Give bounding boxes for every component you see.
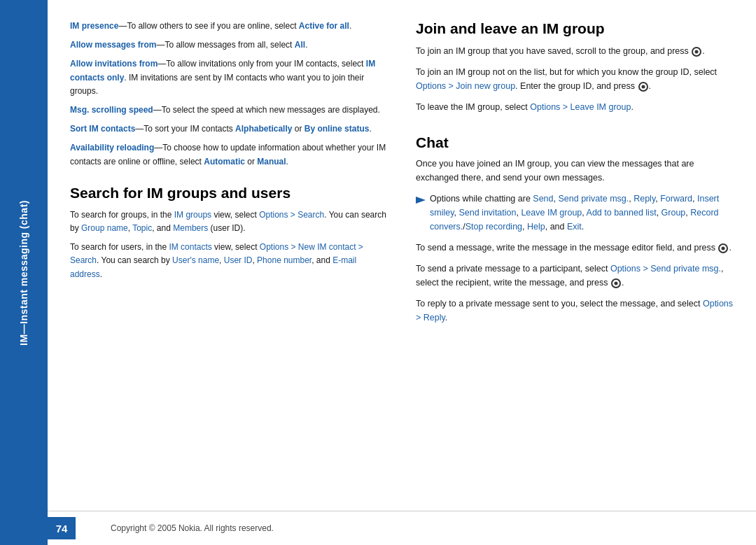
options-join-new-group-link: Options > Join new group [416,81,515,91]
availability-label: Availability reloading [70,143,154,153]
join-para2: To join an IM group not on the list, but… [416,65,734,93]
alphabetically-link: Alphabetically [235,124,292,134]
group-name-link: Group name [81,223,128,233]
topic-link: Topic [132,223,152,233]
stop-recording-link: Stop recording [465,222,522,232]
options-arrow-icon [416,194,426,208]
press-button-4 [611,278,621,288]
search-groups-para: To search for groups, in the IM groups v… [70,208,388,235]
all-link: All [295,40,305,50]
sidebar-label: IM—Instant messaging (chat) [18,200,29,346]
press-button-3 [718,243,728,253]
chat-para2: To send a message, write the message in … [416,241,734,255]
footer: 74 Copyright © 2005 Nokia. All rights re… [48,511,756,545]
active-for-all-link: Active for all [299,21,349,31]
chat-para1: Once you have joined an IM group, you ca… [416,157,734,185]
users-name-link: User's name [172,255,219,265]
press-button-2 [638,82,648,92]
help-link: Help [527,222,545,232]
setting-availability: Availability reloading—To choose how to … [70,141,388,168]
setting-msg-scrolling: Msg. scrolling speed—To select the speed… [70,104,388,117]
search-section: Search for IM groups and users To search… [70,184,388,281]
phone-number-link: Phone number [257,255,312,265]
options-leave-im-group-link: Options > Leave IM group [530,102,631,112]
im-presence-label: IM presence [70,21,118,31]
setting-allow-messages: Allow messages from—To allow messages fr… [70,38,388,52]
sort-im-label: Sort IM contacts [70,124,135,134]
left-column: IM presence—To allow others to see if yo… [70,20,388,497]
join-heading: Join and leave an IM group [416,20,734,37]
by-online-status-link: By online status [304,124,370,134]
page-number: 74 [48,517,76,539]
search-users-para: To search for users, in the IM contacts … [70,241,388,281]
exit-link: Exit [567,222,582,232]
chat-options-para: Options while chatting are Send, Send pr… [416,192,734,234]
user-id-link: User ID [224,255,253,265]
main-content: IM presence—To allow others to see if yo… [48,0,756,545]
setting-sort-im: Sort IM contacts—To sort your IM contact… [70,122,388,136]
allow-invitations-label: Allow invitations from [70,59,158,69]
setting-im-presence: IM presence—To allow others to see if yo… [70,20,388,33]
footer-copyright: Copyright © 2005 Nokia. All rights reser… [111,523,274,533]
add-to-banned-link: Add to banned list [587,208,657,218]
allow-messages-label: Allow messages from [70,40,156,50]
reply-link: Reply [634,194,655,204]
options-search-link: Options > Search [259,210,324,220]
automatic-link: Automatic [204,157,245,167]
svg-marker-0 [416,197,426,204]
sidebar: IM—Instant messaging (chat) [0,0,48,545]
options-send-private-link: Options > Send private msg. [610,264,721,274]
send-invitation-link: Send invitation [458,208,516,218]
chat-para3: To send a private message to a participa… [416,262,734,290]
chat-heading: Chat [416,134,734,151]
im-groups-link: IM groups [174,210,211,220]
press-button-1 [692,47,701,57]
join-para3: To leave the IM group, select Options > … [416,100,734,114]
join-para1: To join an IM group that you have saved,… [416,44,734,58]
group-link: Group [662,208,686,218]
send-private-msg-link: Send private msg. [558,194,629,204]
im-contacts-link: IM contacts [169,242,211,252]
send-link: Send [533,194,553,204]
leave-im-group-link2: Leave IM group [521,208,582,218]
manual-link: Manual [257,157,286,167]
right-column: Join and leave an IM group To join an IM… [416,20,734,497]
setting-allow-invitations: Allow invitations from—To allow invitati… [70,57,388,98]
search-heading: Search for IM groups and users [70,184,388,201]
msg-scrolling-label: Msg. scrolling speed [70,105,153,115]
columns: IM presence—To allow others to see if yo… [48,0,756,511]
chat-para4: To reply to a private message sent to yo… [416,297,734,325]
forward-link: Forward [660,194,692,204]
members-link: Members [173,223,208,233]
